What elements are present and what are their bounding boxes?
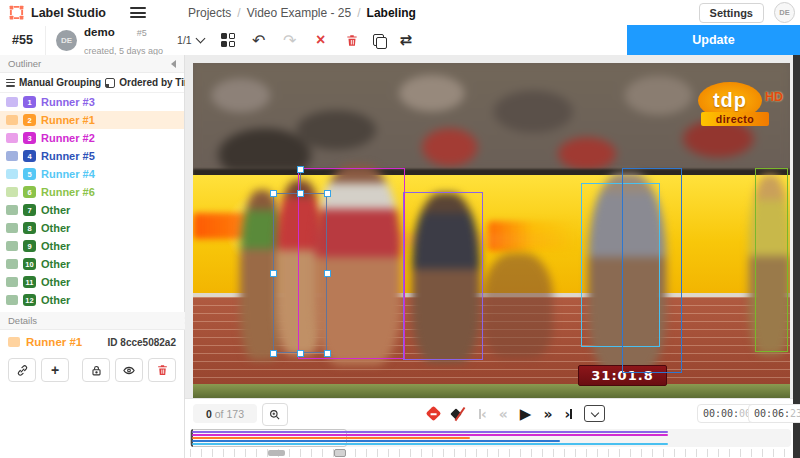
region-label: Runner #2 bbox=[41, 132, 95, 144]
region-shape-icon bbox=[6, 259, 18, 269]
annotation-tools: ↶ ↷ × ⇄ bbox=[218, 30, 416, 50]
update-button[interactable]: Update bbox=[627, 25, 800, 55]
breadcrumb-item[interactable]: Video Example - 25 bbox=[247, 6, 352, 20]
region-shape-icon bbox=[8, 337, 20, 347]
region-shape-icon bbox=[6, 295, 18, 305]
rotation-handle[interactable] bbox=[297, 166, 304, 173]
annotation-pager[interactable]: 1/1 bbox=[177, 34, 204, 46]
step-forward-button[interactable]: » bbox=[543, 409, 552, 419]
time-current-main: 00:00: bbox=[703, 408, 739, 419]
breadcrumb: Projects/Video Example - 25/Labeling bbox=[188, 6, 416, 20]
pager-count: 1/1 bbox=[177, 34, 192, 46]
actions-spacer bbox=[74, 358, 77, 382]
region-label: Runner #5 bbox=[41, 150, 95, 162]
video-playbar: 0 of 173 ‹ « ▶ » › 00:00:00 00:06:23 bbox=[185, 398, 793, 428]
timeline-ruler[interactable] bbox=[190, 449, 791, 457]
delete-region-button[interactable] bbox=[148, 358, 176, 382]
hide-region-button[interactable] bbox=[115, 358, 143, 382]
region-shape-icon bbox=[6, 241, 18, 251]
play-button[interactable]: ▶ bbox=[520, 405, 532, 423]
bbox-runner-3[interactable] bbox=[403, 192, 483, 360]
frame-counter-input[interactable]: 0 of 173 bbox=[193, 404, 257, 423]
region-row-11[interactable]: 11Other bbox=[0, 273, 184, 291]
outliner-header: Outliner bbox=[0, 55, 184, 73]
user-avatar[interactable]: DE bbox=[774, 2, 795, 23]
link-region-button[interactable] bbox=[8, 358, 36, 382]
region-label: Other bbox=[41, 240, 70, 252]
timeline-scroll-thumb[interactable] bbox=[268, 450, 285, 456]
breadcrumb-separator: / bbox=[357, 6, 360, 20]
redo-button[interactable]: ↷ bbox=[280, 30, 300, 50]
region-row-8[interactable]: 8Other bbox=[0, 219, 184, 237]
region-label: Runner #4 bbox=[41, 168, 95, 180]
collapse-timeline-button[interactable] bbox=[584, 405, 605, 422]
duplicate-button[interactable] bbox=[373, 34, 385, 47]
resize-handle[interactable] bbox=[324, 190, 331, 197]
goto-start-button[interactable]: ‹ bbox=[479, 409, 487, 419]
resize-handle[interactable] bbox=[270, 190, 277, 197]
region-row-12[interactable]: 12Other bbox=[0, 291, 184, 309]
region-row-7[interactable]: 7Other bbox=[0, 201, 184, 219]
task-toolbar: #55 DE demo#5 created, 5 days ago 1/1 ↶ … bbox=[0, 25, 800, 56]
region-label: Runner #3 bbox=[41, 96, 95, 108]
region-shape-icon bbox=[6, 151, 18, 161]
region-row-5[interactable]: 5Runner #4 bbox=[0, 165, 184, 183]
region-row-10[interactable]: 10Other bbox=[0, 255, 184, 273]
resize-handle[interactable] bbox=[270, 270, 277, 277]
time-total-frames: 23 bbox=[790, 408, 800, 419]
undo-button[interactable]: ↶ bbox=[249, 30, 269, 50]
delete-annotation-button[interactable] bbox=[342, 30, 362, 50]
breadcrumb-item[interactable]: Projects bbox=[188, 6, 231, 20]
timeline-bar-runner-4 bbox=[192, 443, 668, 445]
chevron-down-icon bbox=[195, 34, 205, 44]
time-total: 00:06:23 bbox=[748, 404, 800, 423]
details-region-row[interactable]: Runner #1 ID 8cce5082a2 bbox=[0, 332, 184, 352]
timeline-seek-handle[interactable] bbox=[334, 449, 346, 457]
reject-button[interactable]: × bbox=[311, 30, 331, 50]
region-label: Other bbox=[41, 258, 70, 270]
label-studio-logo-icon bbox=[9, 5, 24, 20]
settings-button[interactable]: Settings bbox=[699, 3, 764, 23]
lock-region-button[interactable] bbox=[82, 358, 110, 382]
menu-hamburger-icon[interactable] bbox=[130, 7, 146, 18]
resize-handle[interactable] bbox=[297, 350, 304, 357]
region-row-2[interactable]: 2Runner #1 bbox=[0, 111, 184, 129]
add-relation-button[interactable]: + bbox=[41, 358, 69, 382]
region-row-6[interactable]: 6Runner #6 bbox=[0, 183, 184, 201]
goto-end-button[interactable]: › bbox=[564, 409, 572, 419]
region-index-badge: 2 bbox=[23, 114, 36, 126]
timeline-bar-runner-1 bbox=[192, 437, 470, 439]
keyframe-remove-button[interactable] bbox=[426, 406, 442, 422]
step-back-button[interactable]: « bbox=[499, 409, 508, 419]
collapse-panel-icon[interactable] bbox=[171, 60, 176, 68]
view-all-grid-button[interactable] bbox=[218, 30, 238, 50]
resize-handle[interactable] bbox=[297, 190, 304, 197]
bbox-runner-5[interactable] bbox=[622, 168, 682, 373]
details-header: Details bbox=[0, 312, 200, 330]
resize-handle[interactable] bbox=[324, 270, 331, 277]
region-row-9[interactable]: 9Other bbox=[0, 237, 184, 255]
resize-handle[interactable] bbox=[270, 350, 277, 357]
region-row-4[interactable]: 4Runner #5 bbox=[0, 147, 184, 165]
bbox-runner-1-selected[interactable] bbox=[273, 193, 327, 353]
annotator-avatar[interactable]: DE bbox=[56, 30, 77, 51]
zoom-tool-button[interactable] bbox=[262, 403, 288, 426]
right-panel-collapsed-strip[interactable] bbox=[793, 55, 800, 458]
region-index-badge: 5 bbox=[23, 168, 36, 180]
region-row-1[interactable]: 1Runner #3 bbox=[0, 93, 184, 111]
region-row-3[interactable]: 3Runner #2 bbox=[0, 129, 184, 147]
video-canvas[interactable]: tdp HD directo 31:01.8 bbox=[193, 63, 790, 398]
timeline-bar-runner-3 bbox=[192, 431, 668, 433]
region-label: Other bbox=[41, 294, 70, 306]
timeline-track[interactable] bbox=[190, 429, 791, 447]
app-name: Label Studio bbox=[31, 6, 106, 20]
manual-grouping-button[interactable]: Manual Grouping bbox=[6, 77, 101, 88]
keyframe-toggle-button[interactable] bbox=[451, 407, 467, 421]
compare-swap-button[interactable]: ⇄ bbox=[396, 30, 416, 50]
region-shape-icon bbox=[6, 169, 18, 179]
resize-handle[interactable] bbox=[324, 350, 331, 357]
bbox-runner-6[interactable] bbox=[755, 168, 788, 352]
manual-grouping-label: Manual Grouping bbox=[19, 77, 101, 88]
task-id: #55 bbox=[0, 26, 46, 55]
annotator-name: demo bbox=[84, 26, 115, 38]
